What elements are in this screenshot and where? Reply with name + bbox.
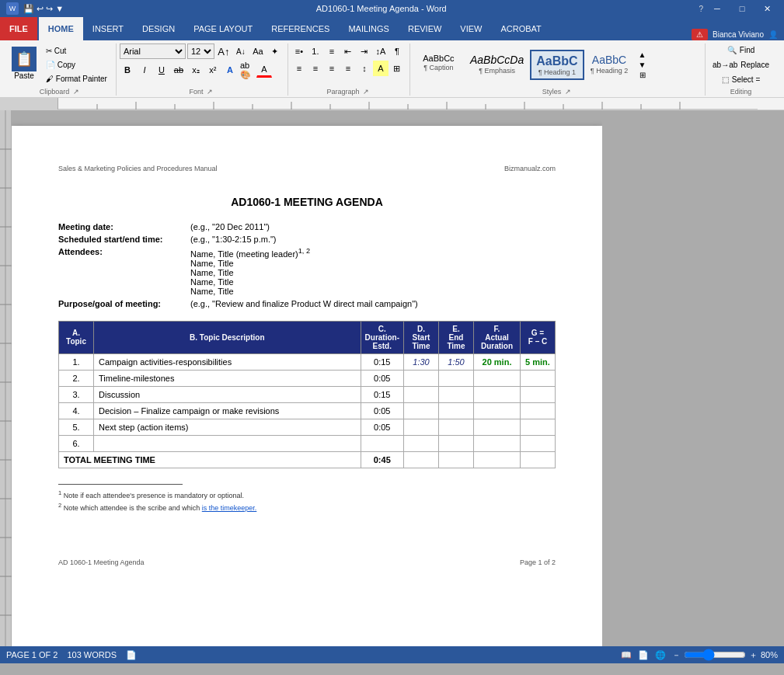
table-cell: [521, 386, 556, 402]
paste-button[interactable]: 📋 Paste: [8, 44, 40, 85]
font-label: Font ↗: [120, 88, 283, 96]
help-icon[interactable]: ?: [699, 5, 703, 13]
copy-button[interactable]: 📄 Copy: [42, 58, 111, 71]
font-size-select[interactable]: 12: [187, 43, 214, 59]
multilevel-list-button[interactable]: ≡: [324, 43, 340, 59]
shrink-font-button[interactable]: A↓: [233, 43, 249, 59]
table-cell: 3.: [59, 386, 94, 402]
decrease-indent-button[interactable]: ⇤: [340, 43, 356, 59]
style-heading2[interactable]: AaBbC ¶ Heading 2: [584, 50, 635, 80]
quick-access: 💾 ↩ ↪ ▼: [23, 4, 64, 14]
table-cell: 0:15: [361, 386, 403, 402]
style-caption[interactable]: AaBbCc ¶ Caption: [413, 50, 464, 80]
attendee-line-2: Name, Title: [190, 259, 310, 268]
table-cell: Timeline-milestones: [94, 370, 361, 386]
shading-button[interactable]: A: [373, 61, 389, 76]
footnote-divider: [58, 484, 183, 485]
find-button[interactable]: 🔍Find: [723, 43, 758, 57]
table-cell: [474, 402, 521, 419]
th-topic: A.Topic: [59, 321, 94, 353]
highlight-color-button[interactable]: ab🎨: [239, 62, 255, 78]
view-icon-read[interactable]: 📖: [621, 650, 632, 660]
table-row: 1.Campaign activities-responsibilities0:…: [59, 353, 556, 370]
zoom-slider[interactable]: [684, 649, 746, 661]
tab-insert[interactable]: INSERT: [83, 17, 133, 40]
italic-button[interactable]: I: [137, 62, 152, 78]
scroll-up-arrow[interactable]: ▲: [636, 50, 649, 59]
style-heading1-label: ¶ Heading 1: [538, 68, 576, 76]
font-format-row: B I U ab x₂ x² A ab🎨 A: [120, 62, 272, 78]
maximize-button[interactable]: □: [731, 0, 753, 17]
align-center-button[interactable]: ≡: [308, 61, 323, 76]
more-styles-arrow[interactable]: ⊞: [636, 71, 649, 79]
zoom-out-button[interactable]: －: [672, 649, 681, 661]
sort-button[interactable]: ↕A: [373, 43, 389, 59]
tab-mailings[interactable]: MAILINGS: [339, 17, 399, 40]
strikethrough-button[interactable]: ab: [171, 62, 186, 78]
table-cell: [404, 419, 439, 435]
page-header: Sales & Marketing Policies and Procedure…: [58, 165, 556, 172]
field-scheduled-time-value: (e.g., "1:30-2:15 p.m."): [190, 235, 277, 244]
tab-review[interactable]: REVIEW: [399, 17, 451, 40]
field-scheduled-time: Scheduled start/end time: (e.g., "1:30-2…: [58, 235, 556, 244]
close-button[interactable]: ✕: [756, 0, 778, 17]
tab-view[interactable]: VIEW: [451, 17, 491, 40]
zoom-in-button[interactable]: ＋: [749, 649, 758, 661]
styles-scroll-arrow[interactable]: ▲ ▼ ⊞: [636, 50, 649, 79]
underline-button[interactable]: U: [154, 62, 169, 78]
font-color-button[interactable]: A: [256, 62, 272, 78]
user-name[interactable]: Bianca Viviano: [713, 30, 764, 39]
font-name-select[interactable]: Arial: [120, 43, 186, 59]
paragraph-group: ≡• 1. ≡ ⇤ ⇥ ↕A ¶ ≡ ≡ ≡ ≡ ↕ A ⊞: [290, 43, 410, 96]
bullets-button[interactable]: ≡•: [291, 43, 307, 59]
bold-button[interactable]: B: [120, 62, 135, 78]
user-avatar: 👤: [768, 30, 778, 39]
field-attendees-value: Name, Title (meeting leader)1, 2 Name, T…: [190, 247, 310, 296]
document-page[interactable]: Sales & Marketing Policies and Procedure…: [12, 126, 602, 646]
attendee-line-4: Name, Title: [190, 277, 310, 287]
table-cell: [404, 370, 439, 386]
para-row-1: ≡• 1. ≡ ⇤ ⇥ ↕A ¶: [291, 43, 405, 59]
subscript-button[interactable]: x₂: [188, 62, 204, 78]
cut-button[interactable]: ✂ Cut: [42, 44, 111, 57]
align-left-button[interactable]: ≡: [291, 61, 307, 76]
view-icon-layout[interactable]: 📄: [638, 650, 649, 660]
clear-format-button[interactable]: ✦: [267, 43, 283, 59]
title-text: AD1060-1 Meeting Agenda - Word: [316, 4, 447, 13]
tab-file[interactable]: FILE: [0, 17, 37, 40]
left-ruler: [0, 110, 12, 646]
scroll-down-arrow[interactable]: ▼: [636, 61, 649, 69]
table-cell: 6.: [59, 435, 94, 451]
text-effect-button[interactable]: A: [222, 62, 238, 78]
numbering-button[interactable]: 1.: [308, 43, 323, 59]
minimize-button[interactable]: ─: [706, 0, 728, 17]
doc-area: Sales & Marketing Policies and Procedure…: [12, 110, 602, 646]
view-icon-web[interactable]: 🌐: [655, 650, 666, 660]
line-spacing-button[interactable]: ↕: [357, 61, 372, 76]
style-heading1[interactable]: AaBbC ¶ Heading 1: [530, 50, 584, 80]
change-case-button[interactable]: Aa: [250, 43, 266, 59]
total-label: TOTAL MEETING TIME: [59, 451, 361, 468]
tab-home[interactable]: HOME: [39, 17, 83, 40]
borders-button[interactable]: ⊞: [389, 61, 405, 76]
status-left: PAGE 1 OF 2 103 WORDS 📄: [6, 650, 137, 660]
tab-references[interactable]: REFERENCES: [262, 17, 339, 40]
zoom-controls: － ＋ 80%: [672, 649, 778, 661]
increase-indent-button[interactable]: ⇥: [357, 43, 372, 59]
footnote-1: 1 Note if each attendee's presence is ma…: [58, 489, 556, 499]
grow-font-button[interactable]: A↑: [216, 43, 232, 59]
replace-button[interactable]: ab→abReplace: [709, 58, 773, 71]
justify-button[interactable]: ≡: [340, 61, 356, 76]
show-para-button[interactable]: ¶: [389, 43, 405, 59]
superscript-button[interactable]: x²: [205, 62, 221, 78]
format-painter-button[interactable]: 🖌 Format Painter: [42, 72, 111, 85]
align-right-button[interactable]: ≡: [324, 61, 340, 76]
select-button[interactable]: ⬚Select =: [718, 73, 764, 86]
timekeeper-link[interactable]: is the timekeeper.: [202, 504, 257, 512]
tab-acrobat[interactable]: ACROBAT: [491, 17, 550, 40]
table-cell: [404, 386, 439, 402]
tab-design[interactable]: DESIGN: [133, 17, 184, 40]
tab-page-layout[interactable]: PAGE LAYOUT: [184, 17, 262, 40]
style-emphasis[interactable]: AaBbCcDa ¶ Emphasis: [464, 50, 530, 80]
styles-scroll: AaBbCc ¶ Caption AaBbCcDa ¶ Emphasis AaB…: [413, 50, 635, 80]
